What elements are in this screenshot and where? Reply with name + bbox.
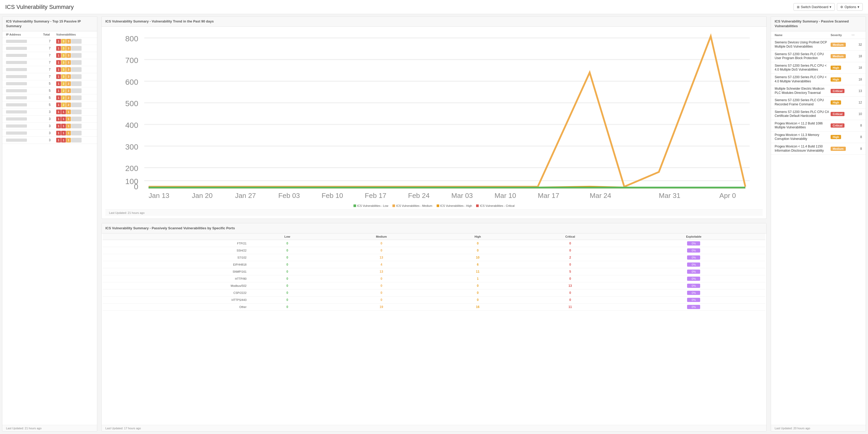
- ip-total: 7: [43, 75, 56, 79]
- vuln-bar: 1: [61, 138, 66, 143]
- val-medium: 0: [326, 282, 437, 289]
- vuln-bar: 1: [61, 124, 66, 128]
- val-critical: 0: [518, 289, 622, 296]
- vuln-bar: 3: [61, 53, 66, 58]
- vuln-name: Multiple Schneider Electric Modicon PLC …: [775, 87, 831, 95]
- vuln-name: Siemens Devices Using Profinet DCP Multi…: [775, 40, 831, 49]
- vuln-bars: 133: [56, 67, 93, 72]
- vuln-bars: 111: [56, 138, 93, 143]
- svg-text:Apr 0: Apr 0: [719, 192, 736, 199]
- ip-row: 3111: [2, 108, 97, 116]
- table-row: SNMP/1610131150%: [103, 268, 765, 275]
- col-exploitable: Exploitable: [622, 234, 765, 240]
- col-total: Total: [43, 33, 56, 36]
- val-high: 10: [437, 254, 518, 261]
- top-header: ICS Vulnerability Summary ⊞ Switch Dashb…: [0, 0, 868, 14]
- col-severity: Severity: [831, 33, 851, 37]
- vuln-count: 32: [851, 43, 862, 46]
- vuln-bar: 1: [61, 110, 66, 114]
- ports-tbody: FTP/2100000%SSH/2200000%S7/1020131020%EI…: [103, 240, 765, 310]
- val-high: 11: [437, 268, 518, 275]
- severity-badge: Critical: [831, 123, 851, 128]
- val-low: 0: [249, 275, 326, 282]
- ip-total: 5: [43, 89, 56, 93]
- middle-column: ICS Vulnerability Summary - Vulnerabilit…: [99, 14, 769, 434]
- val-critical: 5: [518, 268, 622, 275]
- vuln-bar: 3: [66, 39, 71, 44]
- vuln-name: Siemens S7-1200 Series PLC CPU User Prog…: [775, 52, 831, 60]
- table-row: CSP/222200000%: [103, 289, 765, 296]
- svg-text:0: 0: [134, 182, 138, 191]
- vuln-bar: 1: [56, 95, 61, 100]
- vuln-bar: 1: [66, 117, 71, 121]
- ip-total: 3: [43, 110, 56, 114]
- sev-badge: High: [831, 78, 841, 82]
- chart-area: 800 700 600 500 400 300 200 100 0 Jan 13…: [102, 27, 766, 219]
- chart-footer: Last Updated: 21 hours ago: [105, 209, 763, 216]
- vuln-bar: 1: [61, 117, 66, 121]
- ip-rows: 7133713371337133713371335122512251225122…: [2, 38, 97, 144]
- ip-address-blur: [6, 117, 27, 121]
- vuln-bar: 2: [66, 88, 71, 93]
- vuln-bar: 1: [56, 124, 61, 128]
- ports-panel: ICS Vulnerability Summary - Passively Sc…: [101, 223, 767, 432]
- switch-dashboard-button[interactable]: ⊞ Switch Dashboard ▾: [794, 3, 835, 11]
- exploit-bar: 0%: [687, 262, 700, 267]
- severity-badge: Medium: [831, 54, 851, 58]
- legend-critical-dot: [476, 205, 479, 207]
- svg-text:Mar 31: Mar 31: [659, 192, 680, 199]
- severity-badge: Critical: [831, 89, 851, 93]
- exploit-bar: 0%: [687, 241, 700, 246]
- exploit-bar: 0%: [687, 277, 700, 281]
- table-row: S7/1020131020%: [103, 254, 765, 261]
- vuln-bar: 1: [56, 131, 61, 135]
- ip-address-blur: [6, 110, 27, 114]
- vuln-bar: 2: [61, 81, 66, 86]
- severity-badge: High: [831, 78, 851, 82]
- vuln-bar: 2: [66, 81, 71, 86]
- svg-text:Mar 24: Mar 24: [590, 192, 611, 199]
- val-medium: 13: [326, 268, 437, 275]
- list-item: Progea Movicon < 11.4 Build 1150 Informa…: [771, 143, 866, 155]
- vuln-bar: 3: [66, 74, 71, 79]
- svg-text:300: 300: [125, 143, 138, 151]
- ip-address-blur: [6, 96, 27, 99]
- vuln-bar: 3: [61, 67, 66, 72]
- vuln-bar: [71, 124, 82, 128]
- val-exploitable: 0%: [622, 247, 765, 254]
- more-options-icon[interactable]: ···: [851, 33, 862, 37]
- val-critical: 0: [518, 261, 622, 268]
- val-high: 0: [437, 289, 518, 296]
- svg-text:Mar 10: Mar 10: [495, 192, 516, 199]
- list-item: Siemens S7-1200 Series PLC CPU Recorded …: [771, 97, 866, 108]
- vuln-bars: 122: [56, 102, 93, 107]
- chart-legend: ICS Vulnerabilities - Low ICS Vulnerabil…: [105, 203, 763, 209]
- severity-badge: High: [831, 66, 851, 70]
- vuln-bars: 111: [56, 131, 93, 135]
- val-medium: 0: [326, 275, 437, 282]
- ip-total: 3: [43, 124, 56, 128]
- vuln-name: Progea Movicon < 11.4 Build 1150 Informa…: [775, 145, 831, 153]
- vuln-bar: [71, 81, 82, 86]
- ip-row: 5122: [2, 87, 97, 94]
- col-port: [103, 234, 249, 240]
- vuln-bar: [71, 74, 82, 79]
- left-panel-footer: Last Updated: 21 hours ago: [2, 425, 97, 431]
- sev-badge: High: [831, 66, 841, 70]
- val-exploitable: 0%: [622, 282, 765, 289]
- table-row: EIP/4481804600%: [103, 261, 765, 268]
- port-name: FTP/21: [103, 240, 249, 247]
- vuln-bars: 122: [56, 88, 93, 93]
- options-button[interactable]: ⚙ Options ▾: [837, 3, 863, 11]
- ip-address-blur: [6, 103, 27, 106]
- val-critical: 0: [518, 275, 622, 282]
- legend-critical: ICS Vulnerabilities - Critical: [476, 204, 515, 207]
- val-low: 0: [249, 268, 326, 275]
- port-name: HTTP/80: [103, 275, 249, 282]
- chevron-down-icon: ▾: [858, 5, 859, 9]
- val-medium: 0: [326, 240, 437, 247]
- vuln-bar: 1: [61, 131, 66, 135]
- right-panel-title: ICS Vulnerability Summary - Passive Scan…: [771, 17, 866, 31]
- ip-row: 3111: [2, 137, 97, 144]
- vuln-bar: 1: [66, 131, 71, 135]
